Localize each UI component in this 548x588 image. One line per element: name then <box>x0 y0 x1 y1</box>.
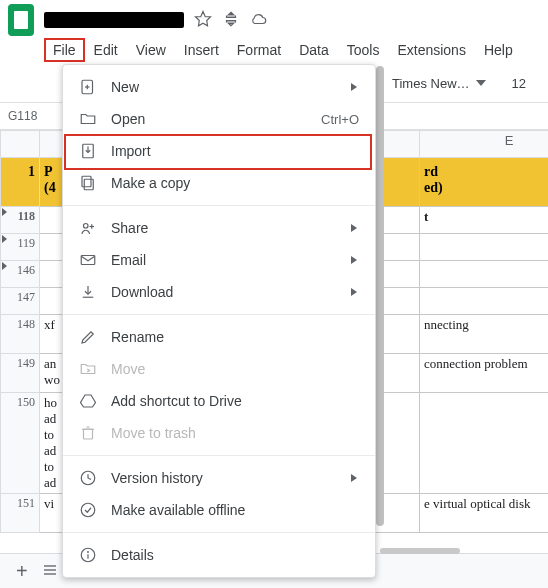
menu-item-open[interactable]: OpenCtrl+O <box>63 103 375 135</box>
menu-item-make-available-offline[interactable]: Make available offline <box>63 494 375 526</box>
menu-item-email[interactable]: Email <box>63 244 375 276</box>
row-header[interactable]: 1 <box>1 158 40 207</box>
cell[interactable] <box>420 234 549 261</box>
menu-edit[interactable]: Edit <box>85 38 127 62</box>
svg-marker-19 <box>81 395 96 407</box>
menu-item-version-history[interactable]: Version history <box>63 462 375 494</box>
title-bar <box>0 0 548 34</box>
menu-item-label: Move to trash <box>111 425 359 441</box>
svg-marker-1 <box>476 80 486 86</box>
menu-item-label: Version history <box>111 470 335 486</box>
font-name-selector[interactable]: Times New… <box>392 76 486 91</box>
import-icon <box>79 142 97 160</box>
menu-item-new[interactable]: New <box>63 71 375 103</box>
cell[interactable] <box>420 393 549 494</box>
cell[interactable]: e virtual optical disk <box>420 494 549 533</box>
submenu-arrow-icon <box>349 284 359 300</box>
all-sheets-button[interactable] <box>42 562 58 581</box>
menu-item-label: Details <box>111 547 359 563</box>
menu-item-move: Move <box>63 353 375 385</box>
menu-separator <box>63 205 375 206</box>
svg-rect-14 <box>81 256 95 265</box>
row-header[interactable]: 119 <box>1 234 40 261</box>
menu-file[interactable]: File <box>44 38 85 62</box>
plus-icon <box>79 78 97 96</box>
cloud-icon[interactable] <box>250 10 268 31</box>
sheets-logo[interactable] <box>8 4 34 36</box>
menu-extensions[interactable]: Extensions <box>388 38 474 62</box>
menu-data[interactable]: Data <box>290 38 338 62</box>
cell[interactable]: rded) <box>420 158 549 207</box>
menu-item-share[interactable]: Share <box>63 212 375 244</box>
menu-bar: FileEditViewInsertFormatDataToolsExtensi… <box>0 34 548 64</box>
font-size-label: 12 <box>512 76 526 91</box>
move-icon <box>79 360 97 378</box>
trash-icon <box>79 424 97 442</box>
menu-item-label: Import <box>111 143 359 159</box>
svg-marker-24 <box>351 474 357 482</box>
cell[interactable] <box>420 261 549 288</box>
move-file-icon[interactable] <box>222 10 240 31</box>
svg-marker-18 <box>351 288 357 296</box>
menu-item-accel: Ctrl+O <box>321 112 359 127</box>
menu-item-label: Open <box>111 111 307 127</box>
menu-format[interactable]: Format <box>228 38 290 62</box>
cell[interactable]: nnecting <box>420 315 549 354</box>
svg-point-10 <box>84 224 89 229</box>
submenu-arrow-icon <box>349 470 359 486</box>
row-header[interactable]: 148 <box>1 315 40 354</box>
history-icon <box>79 469 97 487</box>
menu-item-label: Make available offline <box>111 502 359 518</box>
share-icon <box>79 219 97 237</box>
row-header[interactable]: 146 <box>1 261 40 288</box>
copy-icon <box>79 174 97 192</box>
menu-item-import[interactable]: Import <box>63 135 375 167</box>
download-icon <box>79 283 97 301</box>
svg-rect-9 <box>82 176 91 187</box>
menu-item-add-shortcut-to-drive[interactable]: Add shortcut to Drive <box>63 385 375 417</box>
name-box[interactable]: G118 <box>8 109 37 123</box>
cell[interactable]: t <box>420 207 549 234</box>
menu-tools[interactable]: Tools <box>338 38 389 62</box>
svg-point-28 <box>88 552 89 553</box>
menu-separator <box>63 532 375 533</box>
menu-item-download[interactable]: Download <box>63 276 375 308</box>
cell[interactable]: connection problem <box>420 354 549 393</box>
menu-view[interactable]: View <box>127 38 175 62</box>
row-header[interactable]: 118 <box>1 207 40 234</box>
row-header[interactable]: 147 <box>1 288 40 315</box>
menu-scrollbar[interactable] <box>376 66 384 558</box>
menu-item-details[interactable]: Details <box>63 539 375 571</box>
file-menu: NewOpenCtrl+OImportMake a copyShareEmail… <box>62 64 376 578</box>
star-icon[interactable] <box>194 10 212 31</box>
svg-rect-20 <box>84 429 93 439</box>
add-sheet-button[interactable]: + <box>16 560 28 583</box>
submenu-arrow-icon <box>349 79 359 95</box>
svg-point-25 <box>81 503 95 517</box>
doc-title[interactable] <box>44 12 184 28</box>
menu-item-rename[interactable]: Rename <box>63 321 375 353</box>
corner-cell[interactable] <box>1 131 40 158</box>
menu-item-label: Download <box>111 284 335 300</box>
submenu-arrow-icon <box>349 252 359 268</box>
menu-separator <box>63 455 375 456</box>
column-header[interactable]: E <box>420 131 549 158</box>
submenu-arrow-icon <box>349 220 359 236</box>
menu-item-label: Move <box>111 361 359 377</box>
row-header[interactable]: 151 <box>1 494 40 533</box>
font-size-selector[interactable]: 12 <box>512 76 526 91</box>
menu-item-label: Share <box>111 220 335 236</box>
menu-item-label: Email <box>111 252 335 268</box>
drive-icon <box>79 392 97 410</box>
menu-item-label: Add shortcut to Drive <box>111 393 359 409</box>
menu-item-label: Rename <box>111 329 359 345</box>
cell[interactable] <box>420 288 549 315</box>
menu-item-make-a-copy[interactable]: Make a copy <box>63 167 375 199</box>
row-header[interactable]: 150 <box>1 393 40 494</box>
menu-item-label: New <box>111 79 335 95</box>
menu-help[interactable]: Help <box>475 38 522 62</box>
row-header[interactable]: 149 <box>1 354 40 393</box>
menu-insert[interactable]: Insert <box>175 38 228 62</box>
menu-item-label: Make a copy <box>111 175 359 191</box>
svg-marker-5 <box>351 83 357 91</box>
